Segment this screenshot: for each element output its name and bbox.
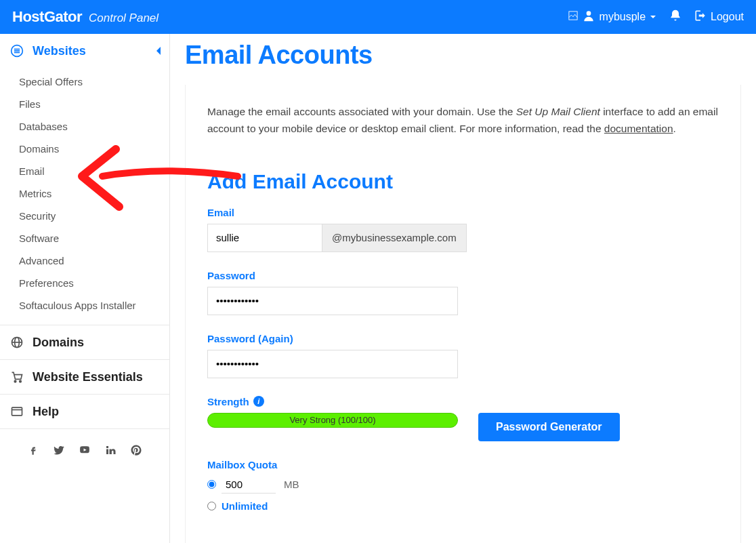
user-icon: [582, 9, 595, 25]
header-right: mybusple Logout: [568, 9, 744, 25]
intro-em: Set Up Mail Client: [516, 106, 600, 117]
strength-bar: Very Strong (100/100): [207, 413, 458, 428]
cart-icon: [9, 369, 24, 384]
password2-input[interactable]: [207, 350, 458, 378]
top-header: HostGator Control Panel mybusple Logout: [0, 0, 756, 34]
documentation-link[interactable]: documentation: [604, 123, 673, 134]
logout-icon: [694, 9, 707, 24]
brand: HostGator Control Panel: [12, 8, 159, 26]
quota-radio-unlimited-input[interactable]: [207, 502, 216, 510]
logout-button[interactable]: Logout: [694, 9, 744, 24]
intro-text: Manage the email accounts associated wit…: [207, 104, 719, 138]
twitter-icon[interactable]: [53, 444, 65, 458]
sidebar-item-email[interactable]: Email: [0, 160, 169, 182]
unlimited-label: Unlimited: [222, 500, 268, 512]
sidebar-section-websites: Websites Special Offers Files Databases …: [0, 34, 169, 325]
sidebar-head-websites[interactable]: Websites: [0, 34, 169, 68]
sidebar-head-label: Websites: [33, 44, 86, 58]
sidebar-section-essentials: Website Essentials: [0, 360, 169, 395]
window-icon: [9, 404, 24, 419]
svg-point-1: [586, 11, 591, 16]
sidebar-section-help: Help: [0, 395, 169, 429]
sidebar-item-softaculous[interactable]: Softaculous Apps Installer: [0, 294, 169, 317]
pinterest-icon[interactable]: [130, 444, 142, 458]
globe-icon: [9, 335, 24, 350]
strength-field-group: Strength i Very Strong (100/100) Passwor…: [207, 396, 719, 441]
email-input[interactable]: [207, 224, 322, 252]
sidebar-head-domains[interactable]: Domains: [0, 325, 169, 359]
caret-down-icon: [650, 11, 656, 23]
sidebar-subitems-websites: Special Offers Files Databases Domains E…: [0, 68, 169, 325]
quota-value-input[interactable]: [222, 476, 276, 494]
sidebar-head-essentials[interactable]: Website Essentials: [0, 360, 169, 394]
svg-point-10: [20, 380, 22, 382]
sidebar-item-security[interactable]: Security: [0, 205, 169, 227]
sidebar: Websites Special Offers Files Databases …: [0, 34, 170, 543]
username-label: mybusple: [600, 11, 646, 23]
password2-field-group: Password (Again): [207, 333, 719, 378]
quota-radio-mb[interactable]: MB: [207, 476, 719, 494]
sidebar-item-preferences[interactable]: Preferences: [0, 272, 169, 294]
sidebar-item-special-offers[interactable]: Special Offers: [0, 71, 169, 93]
password2-label: Password (Again): [207, 333, 719, 344]
sidebar-item-domains[interactable]: Domains: [0, 138, 169, 160]
email-label: Email: [207, 207, 719, 218]
social-row: [0, 429, 169, 473]
svg-point-9: [14, 380, 16, 382]
user-menu[interactable]: mybusple: [568, 9, 656, 25]
quota-radio-mb-input[interactable]: [207, 480, 216, 489]
menu-circle-icon: [9, 43, 24, 58]
info-icon[interactable]: i: [253, 396, 264, 407]
intro-post: .: [673, 123, 676, 134]
bell-icon[interactable]: [669, 9, 682, 25]
section-title: Add Email Account: [207, 170, 719, 193]
sidebar-head-label: Domains: [33, 336, 84, 350]
sidebar-head-label: Website Essentials: [33, 370, 143, 384]
strength-label-text: Strength: [207, 396, 249, 407]
panel: Manage the email accounts associated wit…: [185, 85, 741, 543]
sidebar-item-metrics[interactable]: Metrics: [0, 182, 169, 205]
collapse-caret-icon[interactable]: [154, 46, 163, 58]
sidebar-item-advanced[interactable]: Advanced: [0, 249, 169, 272]
svg-rect-11: [12, 407, 22, 416]
sidebar-item-databases[interactable]: Databases: [0, 115, 169, 138]
sidebar-head-help[interactable]: Help: [0, 395, 169, 428]
sidebar-item-software[interactable]: Software: [0, 227, 169, 249]
quota-radio-unlimited[interactable]: Unlimited: [207, 500, 719, 512]
password-generator-button[interactable]: Password Generator: [478, 413, 620, 441]
sidebar-item-files[interactable]: Files: [0, 93, 169, 115]
password-label: Password: [207, 270, 719, 281]
page-title: Email Accounts: [170, 34, 756, 85]
quota-unit: MB: [284, 479, 299, 490]
domain-addon: @mybusinessexample.com: [322, 224, 467, 252]
sidebar-section-domains: Domains: [0, 325, 169, 360]
facebook-icon[interactable]: [27, 444, 39, 458]
brand-logo: HostGator: [12, 8, 82, 26]
brand-subtitle: Control Panel: [89, 12, 159, 25]
broken-image-icon: [568, 11, 578, 23]
main-content: Email Accounts Manage the email accounts…: [170, 34, 756, 543]
sidebar-head-label: Help: [33, 405, 59, 419]
email-field-group: Email @mybusinessexample.com: [207, 207, 719, 252]
password-input[interactable]: [207, 287, 458, 315]
password-field-group: Password: [207, 270, 719, 315]
strength-label: Strength i: [207, 396, 719, 407]
logout-label: Logout: [711, 11, 744, 23]
quota-label: Mailbox Quota: [207, 459, 719, 470]
quota-field-group: Mailbox Quota MB Unlimited: [207, 459, 719, 512]
youtube-icon[interactable]: [79, 444, 91, 458]
linkedin-icon[interactable]: [104, 444, 117, 458]
intro-pre: Manage the email accounts associated wit…: [207, 106, 516, 117]
